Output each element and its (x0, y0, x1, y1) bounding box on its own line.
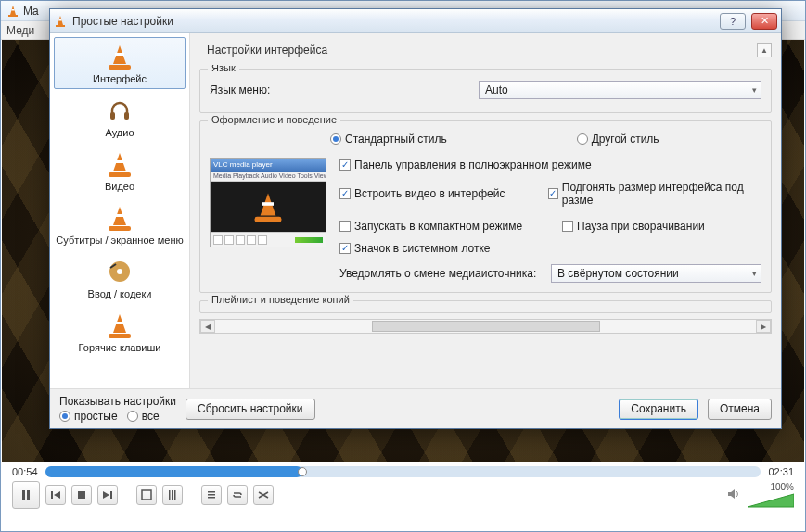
svg-rect-1 (8, 15, 18, 17)
svg-marker-17 (728, 489, 735, 499)
scroll-right-icon[interactable]: ▶ (756, 320, 771, 333)
group-look: Оформление и поведение Стандартный стиль… (199, 120, 772, 293)
svg-rect-23 (124, 112, 129, 120)
notify-label: Уведомлять о смене медиаисточника: (339, 267, 542, 280)
menu-language-label: Язык меню: (210, 83, 469, 96)
svg-rect-10 (142, 490, 151, 500)
sidebar-item-label: Интерфейс (93, 73, 147, 84)
headphones-icon (105, 95, 134, 125)
chk-resize-interface[interactable]: Подгонять размер интерфейса под разме (548, 181, 762, 207)
scroll-up-button[interactable]: ▲ (757, 43, 772, 57)
chk-fullscreen-controls[interactable]: Панель управления в полноэкранном режиме (339, 158, 761, 171)
dialog-title: Простые настройки (72, 15, 173, 28)
radio-simple[interactable]: простые (59, 410, 118, 423)
seek-slider[interactable] (45, 466, 761, 477)
svg-rect-14 (208, 491, 215, 493)
group-title: Плейлист и поведение копий (208, 294, 353, 305)
svg-point-25 (117, 269, 122, 274)
prev-button[interactable] (45, 485, 66, 505)
time-total[interactable]: 02:31 (768, 466, 794, 477)
sidebar-item-interface[interactable]: Интерфейс (54, 37, 186, 89)
svg-rect-15 (208, 494, 215, 496)
svg-rect-16 (208, 497, 215, 499)
disc-icon (105, 257, 134, 286)
menu-item[interactable]: Меди (6, 24, 34, 37)
sidebar-item-label: Аудио (105, 127, 134, 138)
time-elapsed[interactable]: 00:54 (12, 466, 38, 477)
sidebar-item-label: Ввод / кодеки (88, 288, 152, 299)
vlc-icon (54, 15, 67, 28)
extended-button[interactable] (162, 485, 183, 505)
svg-rect-4 (27, 490, 30, 500)
menu-language-combo[interactable]: Auto (479, 81, 761, 99)
sidebar-item-label: Субтитры / экранное меню (56, 234, 183, 246)
group-playlist: Плейлист и поведение копий (199, 300, 772, 313)
sidebar-item-input[interactable]: Ввод / кодеки (54, 252, 186, 304)
svg-rect-8 (110, 491, 112, 499)
volume-slider[interactable] (748, 492, 794, 509)
player-controls: 00:54 02:31 100% (1, 462, 805, 531)
svg-marker-6 (54, 491, 60, 499)
reset-button[interactable]: Сбросить настройки (186, 399, 314, 420)
pause-button[interactable] (12, 481, 40, 509)
main-title: Ma (23, 5, 39, 18)
group-language: Язык Язык меню: Auto (199, 69, 772, 113)
group-title: Язык (208, 65, 239, 73)
preferences-dialog: Простые настройки ? ✕ Интерфейс Аудио Ви… (49, 8, 782, 429)
dialog-titlebar[interactable]: Простые настройки ? ✕ (50, 9, 781, 33)
category-sidebar: Интерфейс Аудио Видео Субтитры / экранно… (50, 33, 190, 388)
chk-compact-mode[interactable]: Запускать в компактном режиме (339, 220, 534, 233)
scroll-thumb[interactable] (372, 321, 600, 332)
radio-all[interactable]: все (127, 410, 160, 423)
sidebar-item-audio[interactable]: Аудио (54, 91, 186, 143)
svg-rect-2 (12, 9, 15, 11)
volume-percent: 100% (770, 482, 794, 492)
sidebar-item-label: Горячие клавиши (79, 342, 161, 353)
svg-rect-12 (172, 490, 173, 500)
notify-combo[interactable]: В свёрнутом состоянии (551, 264, 761, 283)
vlc-icon (6, 5, 19, 18)
loop-button[interactable] (227, 485, 248, 505)
sidebar-item-subtitles[interactable]: Субтитры / экранное меню (54, 198, 186, 250)
svg-rect-22 (110, 112, 115, 120)
next-button[interactable] (97, 485, 118, 505)
shuffle-button[interactable] (253, 485, 274, 505)
fullscreen-button[interactable] (136, 485, 157, 505)
svg-rect-11 (169, 490, 171, 500)
radio-native-style[interactable]: Стандартный стиль (330, 133, 447, 146)
chk-pause-minimize[interactable]: Пауза при сворачивании (562, 220, 705, 233)
interface-preview: VLC media player Media Playback Audio Vi… (210, 158, 326, 247)
chk-tray-icon[interactable]: Значок в системном лотке (339, 242, 761, 255)
svg-rect-3 (22, 490, 25, 500)
page-title: Настройки интерфейса ▲ (199, 39, 772, 65)
svg-marker-18 (748, 494, 794, 507)
svg-rect-21 (59, 19, 62, 21)
svg-rect-5 (51, 491, 53, 499)
sidebar-item-hotkeys[interactable]: Горячие клавиши (54, 306, 186, 358)
horizontal-scrollbar[interactable]: ◀ ▶ (199, 319, 772, 334)
radio-custom-style[interactable]: Другой стиль (577, 133, 659, 146)
show-settings-label: Показывать настройки (59, 395, 176, 408)
close-button[interactable]: ✕ (751, 13, 777, 30)
stop-button[interactable] (71, 485, 92, 505)
svg-marker-9 (103, 491, 109, 499)
scroll-left-icon[interactable]: ◀ (200, 320, 215, 333)
dialog-footer: Показывать настройки простые все Сбросит… (50, 388, 781, 428)
group-title: Оформление и поведение (208, 114, 340, 125)
sidebar-item-video[interactable]: Видео (54, 145, 186, 196)
svg-rect-7 (78, 491, 85, 499)
help-button[interactable]: ? (720, 13, 746, 30)
chk-embed-video[interactable]: Встроить видео в интерфейс (339, 187, 520, 200)
svg-rect-13 (174, 490, 176, 500)
svg-rect-20 (56, 25, 65, 27)
playlist-button[interactable] (201, 485, 222, 505)
volume-icon[interactable] (727, 488, 742, 503)
sidebar-item-label: Видео (105, 181, 134, 192)
cancel-button[interactable]: Отмена (708, 399, 772, 420)
save-button[interactable]: Сохранить (619, 399, 698, 420)
settings-pane: Настройки интерфейса ▲ Язык Язык меню: A… (190, 33, 781, 388)
